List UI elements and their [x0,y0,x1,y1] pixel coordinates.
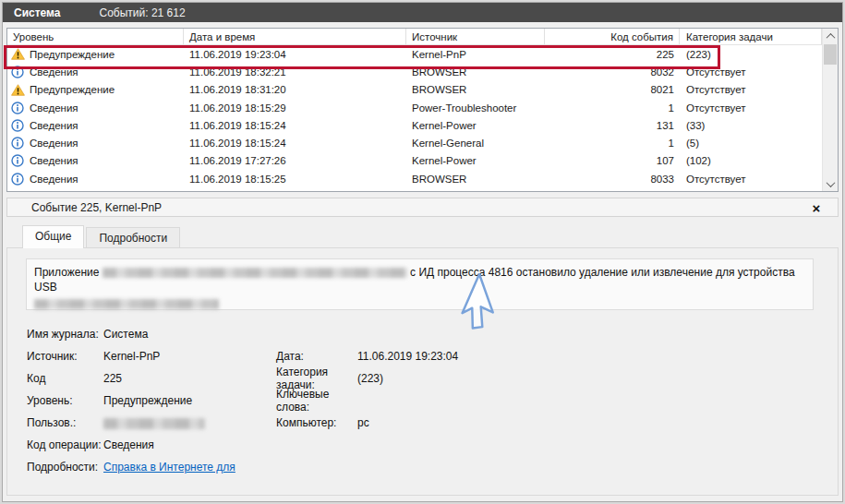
event-table-body: Предупреждение 11.06.2019 19:23:04 Kerne… [7,45,822,191]
column-header-source[interactable]: Источник [406,29,545,44]
code-label: Код [27,372,103,385]
event-id: 225 [545,45,680,63]
vertical-scrollbar[interactable] [822,29,838,191]
event-source: Kernel-Power [406,116,545,134]
event-category: Отсутствует [680,170,822,187]
redacted-device-id [34,299,219,309]
column-header-event-id[interactable]: Код события [545,29,680,44]
event-source: Power-Troubleshooter [406,99,545,116]
event-datetime: 11.06.2019 18:15:29 [184,99,406,116]
event-datetime: 11.06.2019 18:15:24 [184,134,406,151]
event-id: 107 [545,152,680,170]
chevron-up-icon [826,32,835,42]
event-level: Сведения [30,155,78,166]
source-label: Источник: [27,350,103,363]
event-level: Сведения [30,102,78,114]
event-properties: Имя журнала: Система Источник: Kernel-Pn… [27,323,458,478]
general-tab-content: Приложение с ИД процесса 4816 остановило… [6,247,839,496]
source-value: Kernel-PnP [103,350,276,363]
event-datetime: 11.06.2019 18:32:21 [184,63,406,80]
log-name-label: Имя журнала: [27,328,103,341]
event-level: Сведения [30,138,78,149]
event-category: (102) [680,152,822,170]
chevron-down-icon [826,178,835,187]
column-header-level[interactable]: Уровень [7,29,184,44]
event-source: Kernel-General [406,134,545,151]
tab-details[interactable]: Подробности [86,227,180,247]
table-row[interactable]: Сведения 11.06.2019 18:15:25 BROWSER 803… [7,170,822,187]
event-datetime: 11.06.2019 18:31:20 [184,81,406,99]
event-description-box: Приложение с ИД процесса 4816 остановило… [26,258,814,310]
table-row[interactable]: Предупреждение 11.06.2019 19:23:04 Kerne… [7,45,822,63]
info-icon [11,137,25,150]
table-row[interactable]: Сведения 11.06.2019 17:27:26 Kernel-Powe… [7,152,822,170]
event-id: 131 [545,116,680,134]
level-value: Предупреждение [103,394,276,407]
keywords-label: Ключевые слова: [276,388,357,414]
event-level: Предупреждение [30,84,115,95]
level-label: Уровень: [27,394,103,407]
date-value: 11.06.2019 19:23:04 [357,350,458,363]
event-details-header: Событие 225, Kernel-PnP × [6,198,839,217]
event-source: BROWSER [406,170,545,187]
table-row[interactable]: Сведения 11.06.2019 18:32:21 BROWSER 803… [7,63,822,80]
info-icon [11,119,25,132]
event-level: Предупреждение [30,49,115,60]
computer-value: pc [357,416,458,429]
event-source: Kernel-PnP [406,45,545,63]
scroll-down-button[interactable] [823,176,838,191]
table-row[interactable]: Сведения 11.06.2019 18:15:24 Kernel-Powe… [7,116,822,134]
table-row[interactable]: Сведения 11.06.2019 18:15:24 Kernel-Gene… [7,134,822,151]
tab-general[interactable]: Общие [22,225,84,248]
event-category: (5) [680,134,822,151]
event-category: (223) [680,45,822,63]
close-icon[interactable]: × [808,199,825,216]
events-table: Уровень Дата и время Источник Код событи… [6,28,839,192]
event-level: Сведения [30,174,78,185]
event-source: Kernel-Power [406,152,545,170]
log-name: Система [14,6,61,19]
event-id: 1 [545,134,680,151]
event-datetime: 11.06.2019 18:15:24 [184,116,406,134]
event-level: Сведения [30,66,78,78]
table-row[interactable]: Сведения 11.06.2019 18:15:29 Power-Troub… [7,99,822,116]
info-icon [11,154,25,167]
event-category: Отсутствует [680,81,822,99]
column-header-datetime[interactable]: Дата и время [184,29,406,44]
event-category: Отсутствует [680,99,822,116]
online-help-link[interactable]: Справка в Интернете для [103,461,235,474]
date-label: Дата: [276,350,357,363]
description-text-part1: Приложение [34,266,99,279]
events-count: Событий: 21 612 [100,6,186,19]
event-viewer-window: Система Событий: 21 612 Уровень Дата и в… [2,2,843,502]
event-id: 8033 [545,170,680,187]
event-level: Сведения [30,120,78,131]
event-id: 8021 [545,81,680,99]
event-source: BROWSER [406,63,545,80]
log-title-bar: Система Событий: 21 612 [3,3,842,22]
log-name-value: Система [103,328,276,341]
event-datetime: 11.06.2019 17:27:26 [184,152,406,170]
event-category: (33) [680,116,822,134]
opcode-value: Сведения [103,438,276,451]
opcode-label: Код операции: [27,438,103,451]
details-tabs: Общие Подробности [6,225,182,247]
table-row[interactable]: Предупреждение 11.06.2019 18:31:20 BROWS… [7,81,822,99]
event-datetime: 11.06.2019 18:15:25 [184,170,406,187]
event-id: 8032 [545,63,680,80]
scrollbar-thumb[interactable] [824,44,837,65]
column-header-category[interactable]: Категория задачи [680,29,822,44]
event-id: 1 [545,99,680,116]
computer-label: Компьютер: [276,416,357,429]
event-category: Отсутствует [680,63,822,80]
cursor-arrow-annotation [455,270,503,332]
scroll-up-button[interactable] [823,29,838,43]
event-datetime: 11.06.2019 19:23:04 [184,45,406,63]
table-header: Уровень Дата и время Источник Код событи… [7,29,822,45]
more-info-label: Подробности: [27,461,103,474]
warning-icon [11,84,25,96]
event-details-title: Событие 225, Kernel-PnP [31,201,162,214]
redacted-user-value [103,418,205,429]
event-source: BROWSER [406,81,545,99]
info-icon [11,173,25,186]
